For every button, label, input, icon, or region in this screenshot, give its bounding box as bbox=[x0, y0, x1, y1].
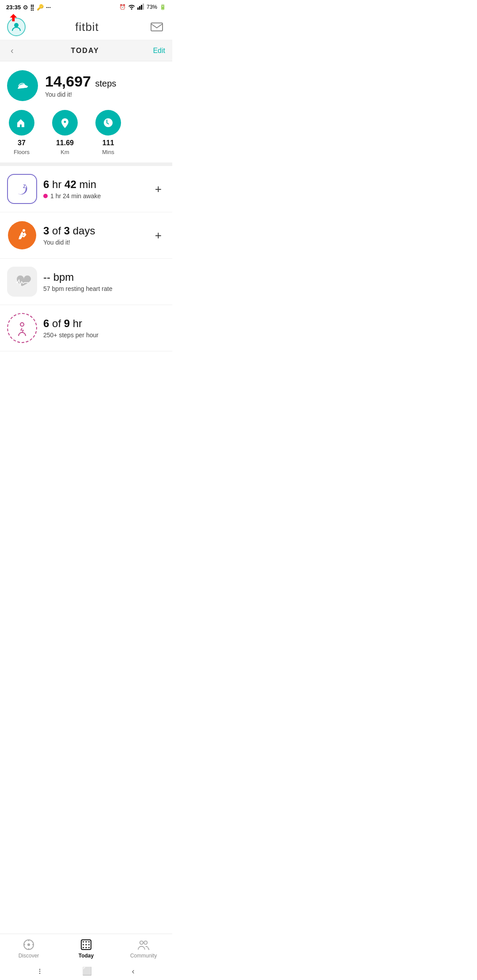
heartrate-info: -- bpm 57 bpm resting heart rate bbox=[43, 271, 165, 292]
km-value: 11.69 bbox=[56, 139, 74, 147]
steps-icon-circle bbox=[7, 70, 38, 101]
sleep-sub: 1 hr 24 min awake bbox=[43, 192, 151, 200]
section-divider bbox=[0, 162, 172, 166]
sleep-duration: 6 hr 42 min bbox=[43, 178, 151, 191]
floors-icon bbox=[9, 110, 34, 136]
activezone-item[interactable]: 6 of 9 hr 250+ steps per hour bbox=[0, 305, 172, 351]
heartrate-icon-wrap bbox=[7, 267, 37, 297]
activity-item[interactable]: 3 of 3 days You did it! + bbox=[0, 212, 172, 259]
activity-add-button[interactable]: + bbox=[151, 227, 165, 244]
mins-label: Mins bbox=[102, 149, 114, 155]
svg-rect-3 bbox=[143, 4, 144, 10]
activezone-value: 6 of 9 hr bbox=[43, 317, 165, 330]
svg-rect-2 bbox=[141, 5, 142, 10]
app-title: fitbit bbox=[75, 20, 99, 34]
heartrate-value: -- bpm bbox=[43, 271, 165, 284]
mini-stats-row: 37 Floors 11.69 Km 1 bbox=[7, 110, 165, 155]
steps-subtitle: You did it! bbox=[45, 91, 116, 98]
more-icon: ··· bbox=[46, 4, 51, 11]
svg-rect-0 bbox=[137, 8, 139, 10]
status-bar: 23:35 ⊙ ⣿ 🔑 ··· ⏰ 73% 🔋 bbox=[0, 0, 172, 14]
svg-text:Z: Z bbox=[23, 184, 26, 189]
activity-info: 3 of 3 days You did it! bbox=[43, 225, 151, 246]
svg-rect-6 bbox=[151, 23, 163, 31]
svg-point-4 bbox=[14, 23, 19, 27]
nav-title: TODAY bbox=[71, 47, 99, 55]
svg-point-8 bbox=[23, 229, 25, 232]
floors-label: Floors bbox=[14, 149, 30, 155]
svg-marker-5 bbox=[10, 14, 17, 21]
svg-point-9 bbox=[20, 323, 24, 326]
signal-icon bbox=[137, 4, 144, 11]
heartrate-item[interactable]: -- bpm 57 bpm resting heart rate bbox=[0, 259, 172, 305]
battery-icon: 🔋 bbox=[159, 4, 166, 10]
activezone-info: 6 of 9 hr 250+ steps per hour bbox=[43, 317, 165, 339]
activezone-icon-wrap bbox=[7, 313, 37, 343]
heartrate-sub: 57 bpm resting heart rate bbox=[43, 285, 165, 292]
mins-icon bbox=[95, 110, 121, 136]
sleep-icon-wrap: Z bbox=[7, 174, 37, 204]
app-header: fitbit bbox=[0, 14, 172, 40]
sleep-item[interactable]: Z 6 hr 42 min 1 hr 24 min awake + bbox=[0, 166, 172, 212]
alarm-icon: ⏰ bbox=[119, 4, 126, 10]
user-avatar[interactable] bbox=[7, 18, 26, 36]
km-icon bbox=[52, 110, 78, 136]
activity-icon-wrap bbox=[7, 220, 37, 250]
floors-stat[interactable]: 37 Floors bbox=[9, 110, 34, 155]
sleep-info: 6 hr 42 min 1 hr 24 min awake bbox=[43, 178, 151, 200]
key-icon: 🔑 bbox=[37, 4, 44, 11]
status-time: 23:35 ⊙ ⣿ 🔑 ··· bbox=[6, 4, 51, 11]
steps-count: 14,697 steps bbox=[45, 73, 116, 90]
mins-value: 111 bbox=[102, 139, 114, 147]
km-label: Km bbox=[61, 149, 69, 155]
floors-value: 37 bbox=[18, 139, 26, 147]
activity-days: 3 of 3 days bbox=[43, 225, 151, 237]
wifi-icon bbox=[128, 4, 135, 11]
steps-row[interactable]: 14,697 steps You did it! bbox=[7, 70, 165, 101]
battery-level: 73% bbox=[147, 4, 157, 10]
edit-button[interactable]: Edit bbox=[153, 47, 165, 55]
mail-button[interactable] bbox=[148, 19, 165, 35]
activezone-sub: 250+ steps per hour bbox=[43, 332, 165, 339]
steps-section: 14,697 steps You did it! 37 Floors bbox=[0, 61, 172, 162]
awake-dot bbox=[43, 194, 48, 198]
mins-stat[interactable]: 111 Mins bbox=[95, 110, 121, 155]
fitbit-status-icon: ⊙ bbox=[23, 4, 28, 11]
steps-info: 14,697 steps You did it! bbox=[45, 73, 116, 98]
svg-rect-1 bbox=[139, 6, 140, 10]
sleep-add-button[interactable]: + bbox=[151, 181, 165, 198]
km-stat[interactable]: 11.69 Km bbox=[52, 110, 78, 155]
back-button[interactable]: ‹ bbox=[7, 44, 17, 57]
health-list: Z 6 hr 42 min 1 hr 24 min awake + bbox=[0, 166, 172, 351]
status-right: ⏰ 73% 🔋 bbox=[119, 4, 166, 11]
grid-icon: ⣿ bbox=[30, 4, 34, 11]
activity-sub: You did it! bbox=[43, 239, 151, 246]
nav-bar: ‹ TODAY Edit bbox=[0, 40, 172, 61]
